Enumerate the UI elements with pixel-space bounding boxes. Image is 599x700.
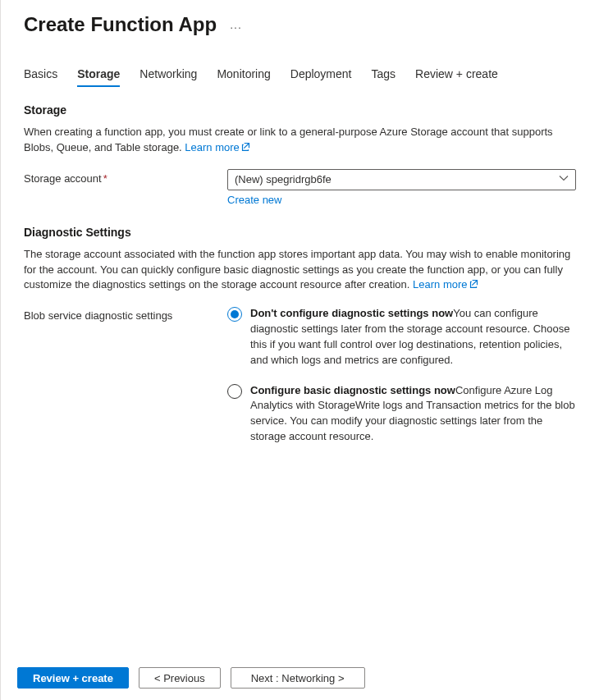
tab-strip: Basics Storage Networking Monitoring Dep… <box>24 62 576 87</box>
storage-section: Storage When creating a function app, yo… <box>24 103 576 206</box>
blob-diagnostic-label: Blob service diagnostic settings <box>24 306 227 322</box>
diagnostic-learn-more-link[interactable]: Learn more <box>413 278 478 291</box>
blob-diagnostic-row: Blob service diagnostic settings Don't c… <box>24 306 576 445</box>
footer-bar: Review + create < Previous Next : Networ… <box>1 656 599 700</box>
previous-button[interactable]: < Previous <box>139 667 221 689</box>
storage-account-row: Storage account* (New) spegridrgb6fe Cre… <box>24 169 576 206</box>
storage-description-text: When creating a function app, you must c… <box>24 126 553 153</box>
tab-monitoring[interactable]: Monitoring <box>217 62 270 87</box>
create-new-link[interactable]: Create new <box>227 194 281 206</box>
tab-basics[interactable]: Basics <box>24 62 57 87</box>
tab-tags[interactable]: Tags <box>371 62 396 87</box>
next-button[interactable]: Next : Networking > <box>231 667 365 689</box>
external-link-icon <box>241 140 250 156</box>
page-header: Create Function App ··· <box>24 13 576 36</box>
required-indicator: * <box>103 172 107 185</box>
tab-review-create[interactable]: Review + create <box>415 62 498 87</box>
review-create-button[interactable]: Review + create <box>17 667 129 689</box>
page-title: Create Function App <box>24 13 217 36</box>
tab-deployment[interactable]: Deployment <box>290 62 352 87</box>
tab-networking[interactable]: Networking <box>139 62 197 87</box>
storage-heading: Storage <box>24 103 576 117</box>
diagnostic-description-text: The storage account associated with the … <box>24 248 570 291</box>
more-actions-icon[interactable]: ··· <box>230 21 242 34</box>
learn-more-label: Learn more <box>185 141 239 153</box>
radio-option-title: Configure basic diagnostic settings now <box>250 384 455 396</box>
storage-account-select[interactable]: (New) spegridrgb6fe <box>227 169 576 190</box>
storage-account-value: (New) spegridrgb6fe <box>235 173 332 185</box>
diagnostic-section: Diagnostic Settings The storage account … <box>24 226 576 445</box>
radio-option-title: Don't configure diagnostic settings now <box>250 307 453 319</box>
radio-indicator-icon <box>227 384 242 399</box>
storage-description: When creating a function app, you must c… <box>24 125 576 156</box>
radio-dont-configure[interactable]: Don't configure diagnostic settings nowY… <box>227 306 576 368</box>
radio-text: Configure basic diagnostic settings nowC… <box>250 383 576 445</box>
radio-text: Don't configure diagnostic settings nowY… <box>250 306 576 368</box>
storage-learn-more-link[interactable]: Learn more <box>185 141 249 153</box>
storage-account-label-text: Storage account <box>24 172 102 185</box>
storage-account-label: Storage account* <box>24 169 227 185</box>
radio-configure-basic[interactable]: Configure basic diagnostic settings nowC… <box>227 383 576 445</box>
diagnostic-heading: Diagnostic Settings <box>24 226 576 239</box>
radio-indicator-icon <box>227 307 242 322</box>
learn-more-label: Learn more <box>413 278 467 291</box>
diagnostic-description: The storage account associated with the … <box>24 247 576 294</box>
chevron-down-icon <box>559 173 569 185</box>
diagnostic-radio-group: Don't configure diagnostic settings nowY… <box>227 306 576 445</box>
tab-storage[interactable]: Storage <box>77 62 120 87</box>
external-link-icon <box>469 277 478 293</box>
